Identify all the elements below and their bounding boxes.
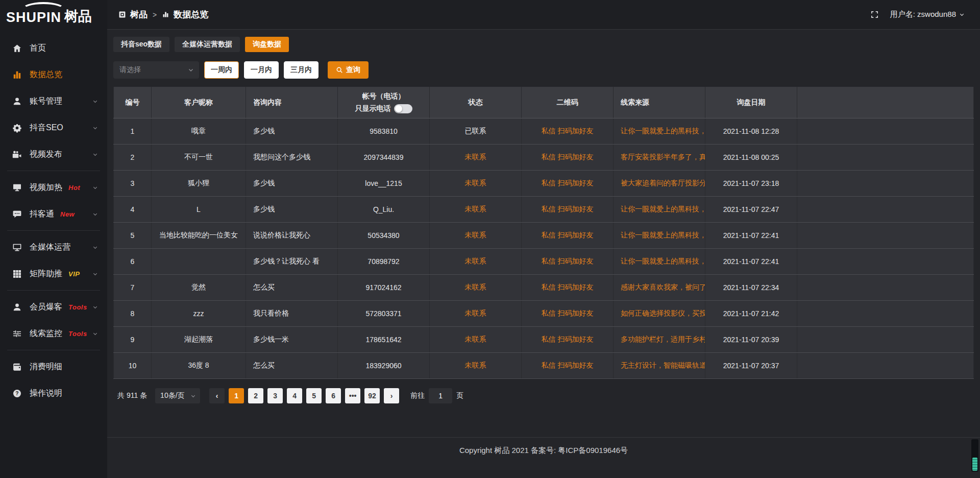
page-button-6[interactable]: 6 bbox=[326, 388, 341, 403]
cell-nickname bbox=[152, 249, 246, 274]
page-ellipsis-button[interactable]: ••• bbox=[345, 388, 360, 403]
cell-qrcode-link[interactable]: 私信 扫码加好友 bbox=[522, 197, 614, 222]
sidebar-item-gear[interactable]: 抖音SEO bbox=[0, 114, 107, 141]
sidebar-menu: 首页数据总览账号管理抖音SEO视频发布视频加热Hot抖客通New全媒体运营矩阵助… bbox=[0, 30, 107, 407]
cell-source-link[interactable]: 多功能护栏灯，适用于乡村文... bbox=[614, 327, 705, 352]
phone-only-toggle[interactable] bbox=[394, 104, 412, 113]
cell-account: 9583810 bbox=[338, 118, 430, 144]
sidebar-item-desktop[interactable]: 全媒体运营 bbox=[0, 234, 107, 260]
cell-qrcode-link[interactable]: 私信 扫码加好友 bbox=[522, 275, 614, 300]
cell-qrcode-link[interactable]: 私信 扫码加好友 bbox=[522, 301, 614, 326]
cell-nickname: 湖起潮落 bbox=[152, 327, 246, 352]
cell-nickname: 狐小狸 bbox=[152, 171, 246, 196]
cell-qrcode-link[interactable]: 私信 扫码加好友 bbox=[522, 327, 614, 352]
cell-qrcode-link[interactable]: 私信 扫码加好友 bbox=[522, 171, 614, 196]
cell-status: 未联系 bbox=[430, 223, 522, 248]
sidebar-item-home[interactable]: 首页 bbox=[0, 35, 107, 61]
period-button-一月内[interactable]: 一月内 bbox=[244, 61, 279, 79]
breadcrumb-root[interactable]: 树品 bbox=[130, 9, 148, 20]
footer: Copyright 树品 2021 备案号: 粤ICP备09019646号 bbox=[107, 437, 980, 478]
cell-source-link[interactable]: 让你一眼就爱上的黑科技，能... bbox=[614, 249, 705, 274]
page-button-5[interactable]: 5 bbox=[306, 388, 322, 403]
cell-date: 2021-11-07 21:42 bbox=[705, 301, 797, 326]
search-button[interactable]: 查询 bbox=[328, 61, 369, 79]
user-menu[interactable]: 用户名: zswodun88 bbox=[890, 10, 965, 19]
data-tabs: 抖音seo数据全媒体运营数据询盘数据 bbox=[113, 37, 974, 52]
cell-date: 2021-11-07 20:39 bbox=[705, 327, 797, 352]
cell-date: 2021-11-08 12:28 bbox=[705, 118, 797, 144]
cell-source-link[interactable]: 感谢大家喜欢我家，被问了好... bbox=[614, 275, 705, 300]
cell-qrcode-link[interactable]: 私信 扫码加好友 bbox=[522, 353, 614, 378]
cell-content: 多少钱 bbox=[246, 118, 338, 144]
search-icon bbox=[336, 66, 343, 74]
sidebar-item-video-camera[interactable]: 视频发布 bbox=[0, 141, 107, 168]
page-button-92[interactable]: 92 bbox=[364, 388, 380, 403]
cell-blank bbox=[797, 275, 974, 300]
chevron-down-icon bbox=[92, 304, 98, 310]
sidebar-badge: VIP bbox=[68, 270, 80, 278]
page-button-4[interactable]: 4 bbox=[287, 388, 302, 403]
period-button-一周内[interactable]: 一周内 bbox=[204, 61, 239, 79]
cell-status: 未联系 bbox=[430, 353, 522, 378]
table-row: 7觉然怎么买917024162未联系私信 扫码加好友感谢大家喜欢我家，被问了好.… bbox=[113, 275, 974, 301]
goto-label: 前往 bbox=[410, 391, 425, 400]
sidebar-badge: Tools bbox=[68, 330, 87, 338]
cell-source-link[interactable]: 无主灯设计，智能磁吸轨道灯... bbox=[614, 353, 705, 378]
prev-page-button[interactable]: ‹ bbox=[209, 388, 225, 403]
sidebar-item-user[interactable]: 账号管理 bbox=[0, 88, 107, 114]
cell-source-link[interactable]: 让你一眼就爱上的黑科技，能... bbox=[614, 118, 705, 144]
column-header-客户昵称: 客户昵称 bbox=[152, 87, 246, 118]
cell-number: 10 bbox=[113, 353, 152, 378]
cell-status: 未联系 bbox=[430, 249, 522, 274]
cell-nickname: L bbox=[152, 197, 246, 222]
page-button-3[interactable]: 3 bbox=[267, 388, 283, 403]
cell-source-link[interactable]: 被大家追着问的客厅投影分享... bbox=[614, 171, 705, 196]
fullscreen-icon[interactable] bbox=[870, 10, 879, 19]
filter-select[interactable]: 请选择 bbox=[113, 61, 199, 79]
column-header-状态: 状态 bbox=[430, 87, 522, 118]
page-button-1[interactable]: 1 bbox=[229, 388, 244, 403]
cell-qrcode-link[interactable]: 私信 扫码加好友 bbox=[522, 145, 614, 170]
cell-qrcode-link[interactable]: 私信 扫码加好友 bbox=[522, 223, 614, 248]
sidebar-item-bar-chart[interactable]: 数据总览 bbox=[0, 61, 107, 88]
sidebar-item-sliders[interactable]: 线索监控Tools bbox=[0, 320, 107, 347]
next-page-button[interactable]: › bbox=[384, 388, 399, 403]
sidebar-item-monitor-play[interactable]: 视频加热Hot bbox=[0, 174, 107, 201]
sidebar-item-label: 账号管理 bbox=[30, 96, 62, 107]
tab-抖音seo数据[interactable]: 抖音seo数据 bbox=[113, 37, 169, 52]
cell-source-link[interactable]: 让你一眼就爱上的黑科技，能... bbox=[614, 223, 705, 248]
cell-blank bbox=[797, 171, 974, 196]
sidebar-item-label: 矩阵助推 bbox=[30, 269, 62, 279]
inquiry-table: 编号客户昵称咨询内容帐号（电话）只显示电话状态二维码线索来源询盘日期1哦章多少钱… bbox=[113, 87, 974, 379]
sidebar-item-label: 会员爆客 bbox=[30, 302, 62, 313]
cell-qrcode-link[interactable]: 私信 扫码加好友 bbox=[522, 118, 614, 144]
tab-全媒体运营数据[interactable]: 全媒体运营数据 bbox=[175, 37, 240, 52]
page-button-2[interactable]: 2 bbox=[248, 388, 263, 403]
sidebar-item-label: 线索监控 bbox=[30, 328, 62, 339]
table-row: 3狐小狸多少钱love__1215未联系私信 扫码加好友被大家追着问的客厅投影分… bbox=[113, 171, 974, 197]
chevron-down-icon bbox=[92, 152, 98, 157]
period-button-三月内[interactable]: 三月内 bbox=[284, 61, 318, 79]
scrollbar[interactable] bbox=[971, 439, 978, 472]
home-icon bbox=[12, 43, 22, 53]
cell-source-link[interactable]: 如何正确选择投影仪，买投影... bbox=[614, 301, 705, 326]
sidebar-item-member[interactable]: 会员爆客Tools bbox=[0, 294, 107, 320]
cell-qrcode-link[interactable]: 私信 扫码加好友 bbox=[522, 249, 614, 274]
cell-date: 2021-11-07 22:41 bbox=[705, 223, 797, 248]
cell-source-link[interactable]: 客厅安装投影半年多了，真实... bbox=[614, 145, 705, 170]
page-size-select[interactable]: 10条/页 bbox=[155, 388, 200, 403]
username-label: 用户名: zswodun88 bbox=[890, 10, 956, 19]
sidebar-item-wallet[interactable]: 消费明细 bbox=[0, 353, 107, 380]
cell-blank bbox=[797, 197, 974, 222]
cell-source-link[interactable]: 让你一眼就爱上的黑科技，能... bbox=[614, 197, 705, 222]
table-row: 1哦章多少钱9583810已联系私信 扫码加好友让你一眼就爱上的黑科技，能...… bbox=[113, 118, 974, 145]
scroll-thumb[interactable] bbox=[972, 458, 977, 471]
sidebar-item-chat[interactable]: 抖客通New bbox=[0, 201, 107, 227]
goto-page-input[interactable] bbox=[429, 388, 452, 403]
wallet-icon bbox=[12, 362, 22, 372]
sidebar-item-grid[interactable]: 矩阵助推VIP bbox=[0, 260, 107, 287]
breadcrumb-separator: > bbox=[153, 11, 157, 19]
tab-询盘数据[interactable]: 询盘数据 bbox=[245, 37, 289, 52]
sidebar-item-help[interactable]: ?操作说明 bbox=[0, 380, 107, 407]
cell-content: 怎么买 bbox=[246, 353, 338, 378]
